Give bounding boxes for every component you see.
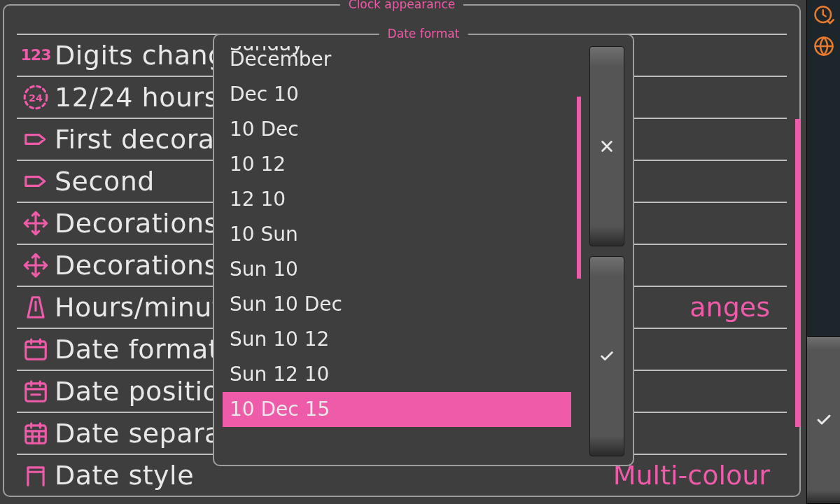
globe-icon[interactable] bbox=[807, 31, 840, 62]
calendar-grid-icon bbox=[17, 420, 55, 447]
svg-rect-5 bbox=[26, 384, 46, 401]
option-list[interactable]: SundayDecemberDec 1010 Dec10 1212 1010 S… bbox=[223, 46, 571, 456]
metronome-icon bbox=[17, 294, 55, 321]
popup-title: Date format bbox=[379, 27, 468, 41]
row-label: Date style bbox=[55, 454, 194, 496]
date-format-option[interactable]: 10 12 bbox=[223, 147, 571, 182]
popup-cancel-button[interactable] bbox=[589, 46, 624, 246]
row-label: Date format bbox=[55, 328, 219, 370]
svg-text:24: 24 bbox=[29, 92, 43, 104]
tag-icon bbox=[17, 168, 55, 195]
clock-check-icon[interactable] bbox=[807, 0, 840, 31]
date-format-option[interactable]: Sun 10 12 bbox=[223, 322, 571, 357]
date-format-popup: Date format SundayDecemberDec 1010 Dec10… bbox=[213, 34, 634, 466]
popup-scroll-indicator bbox=[577, 97, 581, 279]
date-format-option[interactable]: Dec 10 bbox=[223, 77, 571, 112]
calendar-open-icon bbox=[17, 462, 55, 489]
popup-confirm-button[interactable] bbox=[589, 256, 624, 456]
date-format-option[interactable]: 10 Sun bbox=[223, 217, 571, 252]
tag-icon bbox=[17, 126, 55, 153]
svg-rect-4 bbox=[26, 342, 46, 359]
date-format-option[interactable]: Sun 10 bbox=[223, 252, 571, 287]
row-label: Second bbox=[55, 160, 155, 202]
date-format-option[interactable]: Sun 10 Dec bbox=[223, 287, 571, 322]
calendar-icon bbox=[17, 336, 55, 363]
date-format-option[interactable]: 10 Dec bbox=[223, 112, 571, 147]
date-format-option[interactable]: 12 10 bbox=[223, 182, 571, 217]
digits-icon: 123 bbox=[17, 34, 55, 76]
main-scroll-indicator bbox=[795, 119, 801, 427]
svg-rect-6 bbox=[26, 426, 46, 443]
date-format-option[interactable]: Sun 12 10 bbox=[223, 357, 571, 392]
row-label: Date position bbox=[55, 370, 237, 412]
move-icon bbox=[17, 210, 55, 237]
date-format-option[interactable]: December bbox=[223, 46, 571, 77]
date-format-option[interactable]: 10 Dec 15 bbox=[223, 392, 571, 427]
global-confirm-button[interactable] bbox=[806, 336, 840, 504]
panel-title: Clock appearance bbox=[340, 0, 463, 11]
move-icon bbox=[17, 252, 55, 279]
h24-icon: 24 bbox=[17, 84, 55, 111]
calendar-dash-icon bbox=[17, 378, 55, 405]
side-rail bbox=[806, 0, 840, 336]
row-label: 12/24 hours bbox=[55, 76, 218, 118]
